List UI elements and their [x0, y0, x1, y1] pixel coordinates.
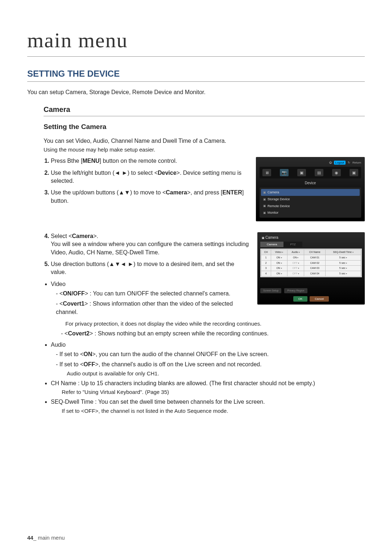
th-ch: CH	[261, 249, 271, 255]
table-row: 2 ON OFF CAM 02 5 sec	[261, 260, 361, 266]
btn-screen-setup: Screen Setup	[260, 288, 281, 293]
top-icon-bar: 🖥 📷 ▣ ▤ ◉ ▣	[260, 167, 361, 178]
tab-ptz: PTZ	[283, 242, 302, 247]
menu-item-camera: Camera	[261, 189, 360, 196]
menu-item-remote: Remote Device	[261, 203, 360, 210]
ok-button: OK	[293, 296, 308, 302]
device-submenu: Camera Storage Device Remote Device Moni…	[260, 188, 361, 217]
menu-item-monitor: Monitor	[261, 209, 360, 216]
logout-badge: Logout	[334, 161, 346, 165]
page-title: main menu	[27, 25, 365, 57]
step-1: Press Bthe [MENU] button on the remote c…	[51, 157, 249, 165]
return-label: Return	[352, 161, 361, 165]
video-covert2: <Covert2> : Shows nothing but an empty s…	[61, 330, 365, 338]
power-icon: ⏻	[329, 161, 332, 165]
chname-note: Refer to "Using Virtual Keyboard". (Page…	[62, 388, 365, 396]
device-label: Device	[260, 181, 361, 186]
th-seq: SEQ-Dwell Time	[326, 249, 361, 255]
return-icon: ↻	[348, 161, 350, 165]
network-icon: ▣	[350, 169, 358, 176]
table-row: 4 ON OFF CAM 04 5 sec	[261, 271, 361, 277]
btn-privacy-region: Privacy Region	[284, 288, 307, 293]
cancel-button: Cancel	[310, 296, 329, 302]
th-audio: Audio	[287, 249, 304, 255]
system-icon: 🖥	[262, 169, 271, 176]
section-setting-device: SETTING THE DEVICE	[27, 68, 365, 82]
seq-note: If set to <OFF>, the channel is not list…	[62, 407, 365, 415]
figure-device-menu: ⏻ Logout ↻ Return 🖥 📷 ▣ ▤ ◉ ▣ Device Cam…	[256, 157, 365, 221]
audio-on: If set to <ON>, you can turn the audio o…	[56, 350, 365, 358]
record-icon: ▣	[297, 169, 306, 176]
step-3: Use the up/down buttons (▲▼) to move to …	[51, 189, 249, 205]
step-4: Select <Camera>. You will see a window w…	[51, 232, 250, 257]
figure-camera-table: Camera Camera PTZ CH Video Audio CH Name…	[257, 232, 365, 305]
video-covert1: <Covert1> : Shows information other than…	[56, 300, 250, 316]
steps-list-a: Press Bthe [MENU] button on the remote c…	[44, 157, 249, 205]
event-icon: ▤	[315, 169, 323, 176]
menu-item-storage: Storage Device	[261, 196, 360, 203]
video-onoff: <ON/OFF> : You can turn ON/OFF the selec…	[56, 290, 250, 298]
th-video: Video	[271, 249, 287, 255]
table-row: 1 ON ON CAM 01 5 sec	[261, 255, 361, 260]
tab-camera: Camera	[260, 242, 283, 247]
step-2: Use the left/right button (◄ ►) to selec…	[51, 169, 249, 185]
table-row: 3 ON OFF CAM 03 5 sec	[261, 266, 361, 271]
bullet-chname: CH Name : Up to 15 characters including …	[51, 379, 365, 396]
bullet-video: Video <ON/OFF> : You can turn ON/OFF the…	[51, 280, 250, 317]
bullet-seq: SEQ-Dwell Time : You can set the dwell t…	[51, 398, 365, 414]
audio-note: Audio output is available for only CH1.	[67, 370, 365, 377]
hint-text: Using the mouse may help make setup easi…	[44, 146, 365, 153]
lead-text: You can set Video, Audio, Channel Name a…	[44, 137, 365, 145]
audio-off: If set to <OFF>, the channel's audio is …	[56, 360, 365, 377]
th-chname: CH Name	[304, 249, 326, 255]
steps-list-b: Select <Camera>. You will see a window w…	[44, 232, 250, 277]
intro-text: You can setup Camera, Storage Device, Re…	[27, 88, 365, 96]
device-icon: 📷	[280, 169, 289, 176]
heading-setting-camera: Setting the Camera	[44, 122, 365, 132]
covert1-note: For privacy protection, it does not disp…	[65, 320, 365, 327]
camera-table: CH Video Audio CH Name SEQ-Dwell Time 1 …	[260, 249, 362, 277]
backup-icon: ◉	[332, 169, 341, 176]
subsection-camera: Camera	[44, 104, 365, 116]
fig2-title: Camera	[260, 235, 362, 240]
bullet-audio: Audio If set to <ON>, you can turn the a…	[51, 341, 365, 377]
step-5: Use direction buttons (▲▼◄ ►) to move to…	[51, 260, 250, 277]
